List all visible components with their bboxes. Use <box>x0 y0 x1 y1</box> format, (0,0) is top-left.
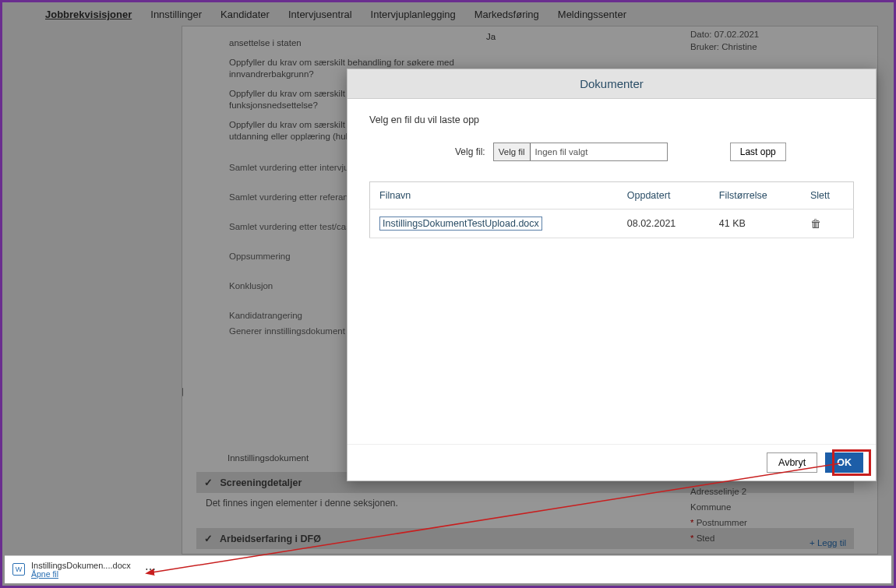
cancel-button[interactable]: Avbryt <box>767 452 817 473</box>
tab-intervjusentral[interactable]: Intervjusentral <box>288 9 352 20</box>
modal-instruction: Velg en fil du vil laste opp <box>369 114 854 125</box>
open-file-link[interactable]: Åpne fil <box>31 570 131 579</box>
chevron-down-icon: ✓ <box>204 477 213 488</box>
file-size: 41 KB <box>710 209 801 238</box>
file-link[interactable]: InstillingsDokumentTestUpload.docx <box>379 217 542 231</box>
panel-collapse-icon[interactable]: ◁ <box>182 385 183 397</box>
q-immigrant-answer: Ja <box>486 32 496 41</box>
field-sted: Sted <box>690 533 846 543</box>
field-kommune: Kommune <box>690 502 846 512</box>
file-updated: 08.02.2021 <box>618 209 710 238</box>
trash-icon[interactable]: 🗑 <box>810 217 821 230</box>
upload-button[interactable]: Last opp <box>730 143 786 161</box>
tab-innstillinger[interactable]: Innstillinger <box>150 9 202 20</box>
choose-file-label: Velg fil: <box>455 146 485 157</box>
col-delete: Slett <box>801 182 854 209</box>
download-item[interactable]: W InstillingsDokumen....docx Åpne fil ⋯ <box>12 561 157 579</box>
ok-button[interactable]: OK <box>825 452 863 473</box>
documents-modal: Dokumenter Velg en fil du vil laste opp … <box>347 69 877 481</box>
field-adresse2: Adresselinje 2 <box>690 487 846 496</box>
meta-dato: Dato: 07.02.2021 <box>690 30 854 39</box>
col-size: Filstørrelse <box>710 182 801 209</box>
tab-meldingssenter[interactable]: Meldingssenter <box>558 9 626 20</box>
top-nav: Jobbrekvisisjoner Innstillinger Kandidat… <box>2 2 894 23</box>
tab-kandidater[interactable]: Kandidater <box>220 9 270 20</box>
tab-jobbrekvisisjoner[interactable]: Jobbrekvisisjoner <box>45 9 132 20</box>
word-file-icon: W <box>12 563 25 576</box>
tab-markedsforing[interactable]: Markedsføring <box>474 9 539 20</box>
download-bar: W InstillingsDokumen....docx Åpne fil ⋯ <box>5 555 891 583</box>
choose-file-button[interactable]: Velg fil <box>494 143 531 160</box>
tab-intervjuplanlegging[interactable]: Intervjuplanlegging <box>371 9 456 20</box>
file-input-placeholder: Ingen fil valgt <box>531 147 588 157</box>
download-more-icon[interactable]: ⋯ <box>145 563 157 576</box>
modal-title: Dokumenter <box>347 69 876 99</box>
meta-bruker: Bruker: Christine <box>690 42 854 51</box>
file-input[interactable]: Velg fil Ingen fil valgt <box>493 143 668 161</box>
col-filename: Filnavn <box>370 182 618 209</box>
table-row: InstillingsDokumentTestUpload.docx 08.02… <box>370 209 854 238</box>
col-updated: Oppdatert <box>618 182 710 209</box>
field-postnummer: Postnummer <box>690 518 846 527</box>
chevron-down-icon: ✓ <box>204 533 213 544</box>
files-table: Filnavn Oppdatert Filstørrelse Slett Ins… <box>369 181 854 238</box>
download-filename: InstillingsDokumen....docx <box>31 561 131 570</box>
address-fields: Adresselinje 2 Kommune Postnummer Sted <box>690 481 846 549</box>
